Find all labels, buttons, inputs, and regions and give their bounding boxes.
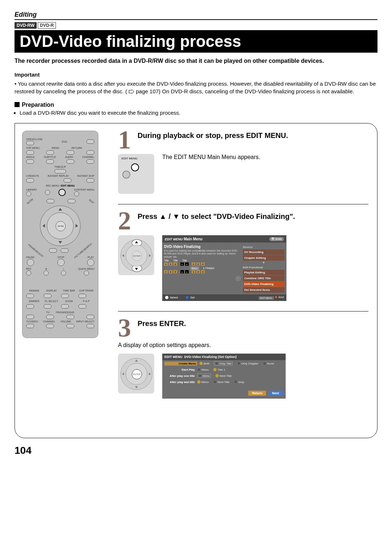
edit-menu-button[interactable] (58, 189, 66, 196)
osd-title-text: Main Menu (184, 237, 203, 241)
mini-label-edit-menu: EDIT MENU (122, 157, 138, 160)
osd-desc: It is used for making the compatibility … (164, 249, 241, 258)
osd-menu-item[interactable]: DVD-Video Finalizing (243, 281, 285, 287)
step-title: During playback or stop, press EDIT MENU… (138, 131, 288, 140)
osd-right-panel: SourceDV RecordingChapter Editing▼Edit F… (243, 244, 285, 293)
option-item[interactable]: Next Title (213, 380, 229, 384)
step-2: 2 Press ▲ / ▼ to select "DVD-Video Final… (118, 212, 368, 301)
option-label: Create Menu (164, 362, 197, 366)
mini-remote-enter: ENTER (118, 354, 154, 394)
option-row: After play last titleMenuNext TitleStop (162, 379, 286, 385)
step-title: Press ENTER. (138, 319, 186, 328)
osd-logo: EDIT MENU (165, 237, 183, 241)
osd-menu-item[interactable]: Combine ORG Title (243, 276, 285, 281)
osd-logo: EDIT MENU (164, 355, 183, 359)
osd2-title: DVD-Video Finalizing (Set Option) (184, 355, 237, 359)
radio-icon (215, 362, 219, 365)
osd-menu-item[interactable]: Del Selected Items (243, 287, 285, 293)
option-item[interactable]: Menu (197, 380, 209, 384)
page-title: DVD-Video finalizing process (15, 30, 377, 53)
page-ref-icon (128, 90, 134, 94)
intro-text: The recorder processes recorded data in … (15, 58, 377, 64)
cursor-icon: ○ (236, 276, 241, 281)
option-item[interactable]: None (263, 362, 274, 365)
step-desc: The EDIT MENU Main Menu appears. (162, 154, 260, 160)
radio-icon (213, 380, 217, 384)
enter-button[interactable]: ENTER (56, 221, 66, 231)
option-item[interactable]: Only Title (214, 361, 232, 366)
mini-remote-updown: ENTER (118, 235, 154, 275)
step-desc: A display of option settings appears. (118, 342, 368, 349)
important-text: • You cannot rewrite data onto a disc af… (15, 80, 377, 95)
preparation-list: Load a DVD-R/RW disc you want to execute… (15, 110, 377, 116)
badge-dvd-rw: DVD-RW (15, 22, 37, 29)
osd-category: Edit Functions (243, 266, 285, 269)
step-1: 1 During playback or stop, press EDIT ME… (118, 131, 368, 194)
return-button[interactable]: Return (248, 391, 266, 396)
set-hint: Set (185, 296, 195, 300)
option-item[interactable]: Next Title (215, 374, 232, 378)
page-number: 104 (15, 445, 377, 456)
important-text-2: ) On DVD-R discs, canceling of the DVD-V… (159, 88, 354, 94)
option-label: After play one title (164, 374, 195, 378)
option-row: Create MenuBothOnly TitleOnly ChapterNon… (162, 360, 286, 367)
radio-icon (197, 380, 201, 384)
dvd-indicator: DVD (269, 237, 284, 241)
radio-icon (213, 368, 217, 371)
osd-menu-item[interactable]: Chapter Editing (243, 255, 285, 261)
important-heading: Important (15, 72, 377, 78)
osd-menu-item[interactable]: Playlist Editing (243, 270, 285, 275)
step-3: 3 Press ENTER. A display of option setti… (118, 319, 368, 399)
step-number: 1 (118, 131, 133, 149)
select-hint: Select (165, 296, 178, 300)
step-number: 2 (118, 212, 133, 230)
navigation-ring[interactable]: ENTER (40, 205, 81, 246)
radio-icon (263, 362, 266, 365)
osd-heading: DVD-Video Finalizing (164, 245, 241, 249)
radio-icon (237, 362, 241, 365)
option-item[interactable]: Title 1 (213, 368, 225, 371)
option-item[interactable]: Menu (197, 368, 209, 371)
option-item[interactable]: Only Chapter (237, 362, 258, 365)
option-item[interactable]: Both (199, 362, 209, 365)
enter-center-icon: ENTER (132, 369, 142, 379)
preparation-heading: Preparation (15, 102, 377, 108)
radio-icon (198, 374, 202, 378)
radio-icon (234, 380, 237, 384)
step-title: Press ▲ / ▼ to select "DVD-Video Finaliz… (138, 212, 295, 221)
step-number: 3 (118, 319, 133, 337)
osd-category: Source (243, 245, 285, 249)
mini-remote-edit-menu: EDIT MENU (118, 154, 154, 194)
mini-btn-outline (122, 171, 130, 179)
preparation-item: Load a DVD-R/RW disc you want to execute… (20, 110, 377, 116)
option-item[interactable]: Stop (234, 380, 244, 384)
important-page-ref: page 107 (136, 88, 159, 94)
enter-center-icon: ENTER (132, 251, 142, 261)
option-label: Start Play (164, 368, 195, 371)
remote-control: OPEN/CLOSE DVD TOP MENU MENU RETURN ANGL… (22, 131, 98, 338)
option-item[interactable]: Menu (197, 374, 211, 378)
osd-menu-item[interactable]: DV Recording (243, 249, 285, 255)
option-row: Start PlayMenuTitle 1 (162, 367, 286, 372)
chevron-down-icon: ▼ (243, 261, 285, 264)
radio-icon (199, 362, 203, 365)
steps-box: OPEN/CLOSE DVD TOP MENU MENU RETURN ANGL… (15, 123, 377, 438)
radio-icon (197, 368, 201, 371)
next-button[interactable]: Next (268, 391, 283, 396)
section-heading: Editing (15, 11, 377, 20)
square-bullet-icon (15, 102, 20, 107)
osd-main-menu: EDIT MENU Main Menu DVD DVD-Video Finali… (162, 235, 286, 301)
edit-menu-circle-icon (131, 163, 139, 171)
end-hint: End (274, 296, 284, 299)
badge-dvd-r: DVD-R (38, 22, 56, 29)
radio-icon (215, 374, 219, 378)
option-row: After play one titleMenuNext Title (162, 372, 286, 379)
disc-badges: DVD-RW DVD-R (15, 22, 377, 29)
option-label: After play last title (164, 380, 195, 384)
osd-options: EDIT MENU DVD-Video Finalizing (Set Opti… (162, 354, 286, 399)
